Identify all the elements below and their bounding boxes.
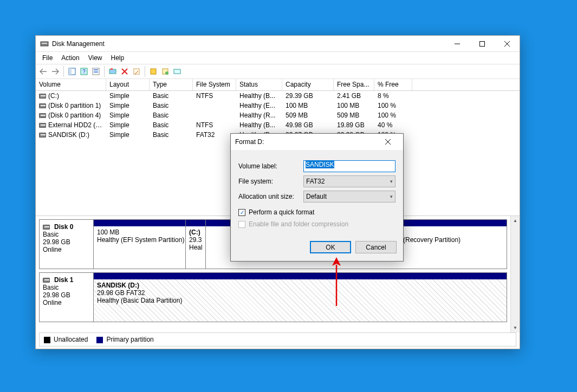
col-capacity[interactable]: Capacity (282, 79, 334, 90)
svg-rect-10 (109, 69, 116, 74)
drive-icon (39, 94, 46, 99)
format-dialog: Format D: Volume label: SANDISK File sys… (230, 133, 404, 262)
partition[interactable]: 100 MB Healthy (EFI System Partition) (94, 220, 186, 269)
refresh-icon[interactable] (107, 66, 118, 77)
help-icon[interactable]: ? (79, 66, 89, 77)
col-status[interactable]: Status (236, 79, 282, 90)
vertical-scrollbar[interactable]: ▲ ▼ (510, 216, 520, 332)
disk-size: 29.98 GB (43, 291, 90, 299)
svg-point-15 (165, 71, 168, 75)
svg-rect-2 (480, 41, 485, 46)
disk-icon (43, 278, 50, 283)
svg-rect-13 (151, 69, 156, 74)
checkbox-label: Perform a quick format (249, 208, 314, 216)
show-hide-button[interactable] (67, 66, 77, 77)
dialog-title: Format D: (235, 138, 377, 146)
svg-rect-12 (134, 69, 139, 74)
disk-size: 29.98 GB (43, 238, 90, 246)
toolbar: ? (36, 64, 520, 79)
checkbox-icon: ✓ (238, 209, 245, 216)
drive-icon (39, 103, 46, 108)
cancel-button[interactable]: Cancel (355, 241, 397, 253)
svg-rect-8 (94, 69, 98, 70)
col-pctfree[interactable]: % Free (374, 79, 412, 90)
table-row[interactable]: External HDD2 (E:)SimpleBasicNTFSHealthy… (36, 120, 520, 130)
close-button[interactable] (495, 36, 520, 52)
svg-rect-16 (174, 69, 180, 74)
col-filesystem[interactable]: File System (193, 79, 236, 90)
delete-icon[interactable] (119, 66, 130, 77)
table-row[interactable]: (Disk 0 partition 4)SimpleBasicHealthy (… (36, 110, 520, 120)
checkbox-label: Enable file and folder compression (249, 220, 348, 228)
part-desc: Heal (189, 244, 202, 251)
legend: Unallocated Primary partition (39, 332, 516, 347)
disk-name: Disk 1 (54, 276, 73, 284)
svg-rect-9 (94, 71, 98, 73)
disk-name: Disk 0 (54, 223, 73, 231)
part-name: (C:) (189, 228, 200, 236)
app-icon (40, 40, 49, 48)
part-desc: Healthy (Basic Data Partition) (97, 297, 503, 304)
part-name: SANDISK (D:) (97, 282, 139, 289)
table-row[interactable]: (C:)SimpleBasicNTFSHealthy (B...29.39 GB… (36, 91, 520, 101)
titlebar: Disk Management (36, 36, 520, 52)
chevron-down-icon: ▾ (390, 194, 393, 199)
svg-rect-11 (111, 68, 113, 70)
dialog-close-button[interactable] (377, 134, 399, 150)
swatch-unallocated (44, 337, 50, 343)
drive-icon (39, 123, 46, 128)
col-volume[interactable]: Volume (36, 79, 106, 90)
svg-text:?: ? (82, 69, 86, 75)
col-type[interactable]: Type (150, 79, 193, 90)
ok-button[interactable]: OK (310, 241, 351, 253)
properties-icon[interactable] (131, 66, 142, 77)
chevron-down-icon: ▾ (390, 179, 393, 184)
part-size: 100 MB (97, 228, 182, 236)
compression-checkbox: Enable file and folder compression (238, 220, 396, 228)
label-volume: Volume label: (238, 162, 303, 170)
partition[interactable]: (C:) 29.3 Heal (186, 220, 206, 269)
scroll-up-icon[interactable]: ▲ (511, 216, 520, 225)
scroll-down-icon[interactable]: ▼ (511, 323, 520, 332)
label-aus: Allocation unit size: (238, 193, 303, 200)
quick-format-checkbox[interactable]: ✓ Perform a quick format (238, 208, 396, 216)
back-button[interactable] (38, 66, 49, 77)
col-layout[interactable]: Layout (106, 79, 150, 90)
legend-label: Unallocated (54, 336, 88, 343)
window-title: Disk Management (52, 40, 445, 48)
menu-action[interactable]: Action (57, 53, 83, 63)
action1-icon[interactable] (148, 66, 159, 77)
checkbox-icon (238, 221, 245, 228)
menubar: File Action View Help (36, 52, 520, 64)
label-filesystem: File system: (238, 178, 303, 185)
legend-label: Primary partition (106, 336, 153, 343)
menu-view[interactable]: View (84, 53, 107, 63)
part-size: 29.98 GB FAT32 (97, 289, 503, 297)
drive-icon (39, 113, 46, 118)
disk-type: Basic (43, 284, 90, 291)
menu-file[interactable]: File (38, 53, 57, 63)
disk-row: Disk 1 Basic 29.98 GB Online SANDISK (D:… (39, 272, 507, 322)
disk-type: Basic (43, 231, 90, 238)
minimize-button[interactable] (445, 36, 470, 52)
svg-rect-4 (69, 68, 72, 75)
maximize-button[interactable] (470, 36, 495, 52)
drive-icon (39, 133, 46, 138)
settings-icon[interactable] (90, 66, 101, 77)
disk-status: Online (43, 246, 90, 253)
partition[interactable]: SANDISK (D:) 29.98 GB FAT32 Healthy (Bas… (94, 273, 507, 322)
allocation-unit-select[interactable]: Default▾ (303, 191, 396, 202)
part-desc: Healthy (EFI System Partition) (97, 236, 182, 244)
volume-header: Volume Layout Type File System Status Ca… (36, 79, 520, 91)
disk-label: Disk 0 Basic 29.98 GB Online (40, 220, 94, 269)
col-free[interactable]: Free Spa... (334, 79, 374, 90)
table-row[interactable]: (Disk 0 partition 1)SimpleBasicHealthy (… (36, 101, 520, 110)
swatch-primary (96, 337, 103, 343)
menu-help[interactable]: Help (107, 53, 129, 63)
dialog-titlebar: Format D: (231, 134, 403, 150)
action2-icon[interactable] (160, 66, 171, 77)
filesystem-select[interactable]: FAT32▾ (303, 175, 396, 187)
forward-button[interactable] (50, 66, 61, 77)
action3-icon[interactable] (172, 66, 183, 77)
volume-label-input[interactable]: SANDISK (303, 160, 396, 172)
